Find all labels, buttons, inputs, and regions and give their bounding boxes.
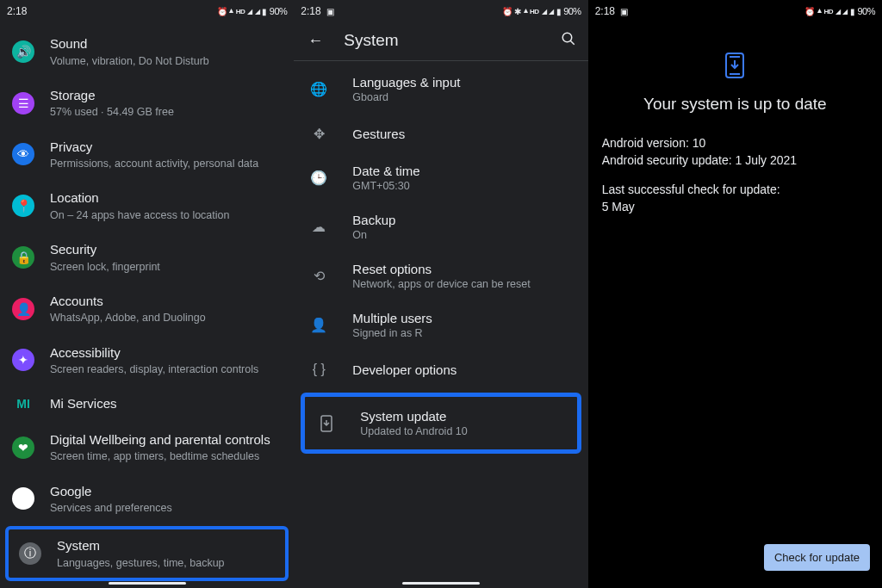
item-sub: Languages, gestures, time, backup <box>57 556 225 570</box>
system-item-update[interactable]: System update Updated to Android 10 <box>305 397 576 449</box>
item-title: Accounts <box>50 293 206 310</box>
battery-percent: 90% <box>270 6 288 16</box>
last-check-value: 5 May <box>602 200 868 214</box>
developer-icon: { } <box>309 360 328 379</box>
signal-icon-2 <box>842 8 848 15</box>
item-sub: Permissions, account activity, personal … <box>50 157 258 170</box>
user-icon: 👤 <box>309 316 328 335</box>
system-update-panel: 2:18 HD 90% Your system is up to date An… <box>588 0 882 588</box>
picture-notification-icon <box>326 5 334 17</box>
system-item-users[interactable]: 👤 Multiple users Signed in as R <box>294 300 587 350</box>
privacy-icon: 👁 <box>12 143 34 165</box>
system-item-developer[interactable]: { } Developer options <box>294 350 587 389</box>
item-sub: On <box>352 229 395 241</box>
status-bar: 2:18 HD 90% <box>588 0 882 22</box>
item-sub: On – 24 apps have access to location <box>50 208 229 222</box>
wifi-icon <box>229 7 233 16</box>
security-update-line: Android security update: 1 July 2021 <box>602 153 868 167</box>
system-item-languages[interactable]: 🌐 Languages & input Gboard <box>294 65 587 114</box>
battery-icon <box>850 7 855 16</box>
hd-indicator: HD <box>530 8 539 15</box>
settings-list: 🔊 Sound Volume, vibration, Do Not Distur… <box>0 22 294 586</box>
item-sub: Volume, vibration, Do Not Disturb <box>50 54 209 68</box>
storage-icon: ☰ <box>12 92 34 115</box>
settings-item-accounts[interactable]: 👤 Accounts WhatsApp, Adobe, and Duolingo <box>0 283 294 335</box>
svg-point-0 <box>562 33 572 42</box>
battery-percent: 90% <box>857 6 875 16</box>
update-status-icon <box>602 52 868 79</box>
home-indicator[interactable] <box>109 582 186 585</box>
settings-item-location[interactable]: 📍 Location On – 24 apps have access to l… <box>0 180 294 232</box>
item-title: Google <box>50 483 172 500</box>
clock-icon: 🕒 <box>309 169 328 188</box>
item-title: Sound <box>50 35 209 53</box>
status-bar: 2:18 ✱ HD 90% <box>294 0 587 22</box>
item-title: Reset options <box>352 262 530 276</box>
signal-icon-2 <box>255 8 260 15</box>
settings-item-sound[interactable]: 🔊 Sound Volume, vibration, Do Not Distur… <box>0 26 294 77</box>
item-title: Digital Wellbeing and parental controls <box>50 431 270 449</box>
settings-item-google[interactable]: G Google Services and preferences <box>0 473 294 525</box>
settings-item-security[interactable]: 🔒 Security Screen lock, fingerprint <box>0 232 294 283</box>
item-title: System update <box>360 409 467 424</box>
signal-icon <box>542 8 547 15</box>
item-sub: Network, apps or device can be reset <box>352 278 530 290</box>
settings-item-storage[interactable]: ☰ Storage 57% used · 54.49 GB free <box>0 77 294 129</box>
check-for-update-button[interactable]: Check for update <box>764 544 870 571</box>
item-sub: 57% used · 54.49 GB free <box>50 105 174 119</box>
battery-icon <box>262 7 267 16</box>
mi-icon: MI <box>12 397 34 411</box>
system-item-datetime[interactable]: 🕒 Date & time GMT+05:30 <box>294 153 587 202</box>
accounts-icon: 👤 <box>12 298 34 320</box>
item-title: Mi Services <box>50 395 117 412</box>
header-title: System <box>344 31 541 50</box>
signal-icon-2 <box>549 8 554 15</box>
item-sub: Updated to Android 10 <box>360 425 467 437</box>
settings-item-wellbeing[interactable]: ❤ Digital Wellbeing and parental control… <box>0 422 294 473</box>
item-sub: Screen time, app timers, bedtime schedul… <box>50 449 270 463</box>
search-button[interactable] <box>561 31 576 50</box>
sound-icon: 🔊 <box>12 40 34 63</box>
item-title: Location <box>50 189 229 207</box>
hd-indicator: HD <box>236 8 245 15</box>
back-button[interactable]: ← <box>306 31 325 50</box>
alarm-icon <box>217 7 227 16</box>
item-sub: Screen readers, display, interaction con… <box>50 362 258 376</box>
item-title: Multiple users <box>352 311 432 325</box>
wifi-icon <box>817 7 822 16</box>
item-title: Gestures <box>352 127 405 141</box>
item-title: Backup <box>352 213 395 227</box>
picture-notification-icon <box>620 5 628 17</box>
item-title: Date & time <box>352 164 419 178</box>
item-title: System <box>57 537 225 554</box>
settings-item-system[interactable]: ⓘ System Languages, gestures, time, back… <box>9 529 285 578</box>
system-item-reset[interactable]: ⟲ Reset options Network, apps or device … <box>294 251 587 300</box>
wellbeing-icon: ❤ <box>12 436 34 459</box>
settings-item-accessibility[interactable]: ✦ Accessibility Screen readers, display,… <box>0 335 294 387</box>
system-item-backup[interactable]: ☁ Backup On <box>294 202 587 251</box>
alarm-icon <box>804 7 815 16</box>
home-indicator[interactable] <box>402 582 480 585</box>
clock: 2:18 <box>595 5 615 17</box>
status-bar: 2:18 HD 90% <box>0 0 294 22</box>
settings-item-privacy[interactable]: 👁 Privacy Permissions, account activity,… <box>0 129 294 181</box>
accessibility-icon: ✦ <box>12 349 34 371</box>
battery-percent: 90% <box>563 6 581 16</box>
gestures-icon: ✥ <box>309 124 328 143</box>
system-icon: ⓘ <box>19 542 41 565</box>
item-title: Storage <box>50 87 174 104</box>
item-title: Privacy <box>50 139 258 156</box>
google-icon: G <box>12 487 34 510</box>
item-title: Developer options <box>352 362 457 377</box>
system-item-gestures[interactable]: ✥ Gestures <box>294 114 587 153</box>
signal-icon <box>835 8 841 15</box>
item-sub: Signed in as R <box>352 327 432 339</box>
settings-item-mi-services[interactable]: MI Mi Services <box>0 386 294 422</box>
item-sub: WhatsApp, Adobe, and Duolingo <box>50 311 206 325</box>
update-icon <box>317 414 336 433</box>
item-title: Accessibility <box>50 344 258 362</box>
hd-indicator: HD <box>823 8 833 15</box>
clock: 2:18 <box>7 5 27 17</box>
alarm-icon <box>502 7 512 16</box>
item-title: Security <box>50 241 160 258</box>
